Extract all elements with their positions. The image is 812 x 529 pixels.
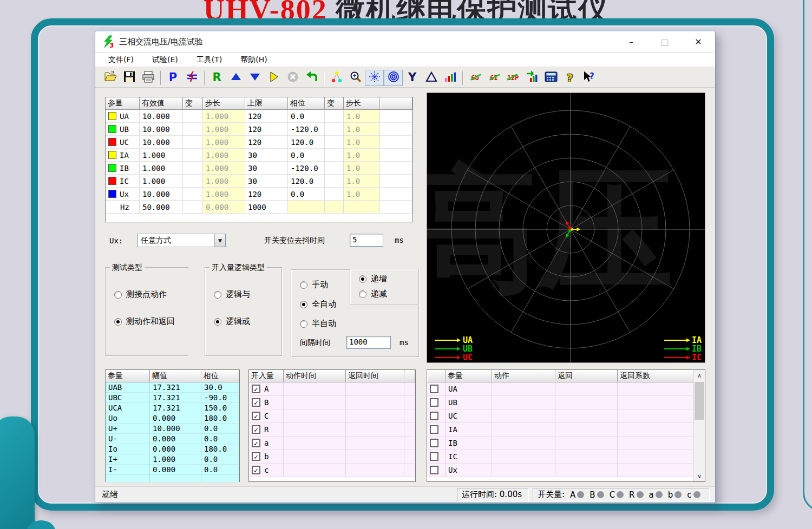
radio-icon[interactable] [359, 290, 366, 298]
checkbox-checked[interactable]: ✓ [252, 466, 260, 474]
calculator-button[interactable] [541, 70, 560, 86]
measure-row-UBC[interactable]: UBC17.321-90.0 [106, 393, 239, 403]
mode-option-1[interactable]: 全自动 [300, 299, 336, 309]
radio-selected-icon[interactable] [359, 275, 366, 283]
result-row-UB[interactable]: UB [427, 396, 693, 409]
trace-button[interactable] [384, 70, 403, 86]
input-row-a[interactable]: ✓a [249, 437, 415, 450]
param-row-IA[interactable]: IA1.0001.000300.01.0 [106, 149, 412, 162]
output-bars-button[interactable] [522, 70, 541, 86]
param-row-IB[interactable]: IB1.0001.00030-120.01.0 [106, 162, 412, 175]
result-row-UA[interactable]: UA [427, 382, 693, 396]
step-up-button[interactable] [226, 70, 245, 86]
menu-item-1[interactable]: 试验(E) [147, 54, 184, 66]
checkbox-checked[interactable]: ✓ [252, 452, 260, 461]
sync-button[interactable] [182, 70, 201, 86]
measure-row-I+[interactable]: I+1.0000.0 [106, 454, 239, 465]
radio-icon[interactable] [300, 320, 307, 328]
param-row-Ux[interactable]: Ux10.0001.0001200.01.0 [106, 188, 412, 201]
result-table-scrollbar[interactable]: ∧∨ [693, 370, 705, 481]
checkbox-unchecked[interactable] [430, 466, 438, 474]
maximize-button[interactable]: □ [648, 31, 682, 52]
stop-button[interactable] [283, 70, 302, 86]
delta-button[interactable] [422, 70, 441, 86]
wye-button[interactable]: Y [403, 70, 422, 86]
radio-selected-icon[interactable] [300, 301, 307, 308]
interval-input[interactable]: 1000 [346, 336, 391, 349]
result-row-Ux[interactable]: Ux [427, 464, 693, 477]
six-u-button[interactable]: 6U [466, 70, 484, 86]
checkbox-checked[interactable]: ✓ [252, 412, 260, 420]
input-logic-option-0[interactable]: 逻辑与 [214, 289, 250, 300]
measure-row-I-[interactable]: I-0.0000.0 [106, 465, 239, 475]
test-type-option-1[interactable]: 测动作和返回 [114, 316, 175, 327]
measure-row-UAB[interactable]: UAB17.32130.0 [106, 382, 239, 393]
mode-option-0[interactable]: 手动 [300, 280, 328, 290]
result-row-IA[interactable]: IA [427, 423, 693, 437]
checkbox-unchecked[interactable] [430, 439, 438, 447]
checkbox-unchecked[interactable] [430, 425, 438, 434]
phasor-button[interactable] [327, 70, 346, 86]
mode-option-2[interactable]: 半自动 [300, 319, 336, 329]
input-logic-option-1[interactable]: 逻辑或 [214, 316, 250, 327]
measure-row-UCA[interactable]: UCA17.321150.0 [106, 403, 239, 413]
checkbox-checked[interactable]: ✓ [252, 439, 260, 447]
test-type-option-0[interactable]: 测接点动作 [114, 289, 167, 300]
checkbox-checked[interactable]: ✓ [252, 425, 260, 434]
open-button[interactable] [101, 70, 120, 86]
result-row-IC[interactable]: IC [427, 450, 693, 464]
scrollbar-thumb[interactable] [695, 382, 704, 420]
param-row-UA[interactable]: UA10.0001.0001200.01.0 [106, 110, 412, 123]
direction-option-1[interactable]: 递减 [359, 289, 387, 299]
checkbox-checked[interactable]: ✓ [252, 398, 260, 407]
param-row-UC[interactable]: UC10.0001.000120120.01.0 [106, 136, 412, 149]
twelve-p-button[interactable]: 12P [503, 70, 522, 86]
param-row-IC[interactable]: IC1.0001.00030120.01.0 [106, 175, 412, 188]
minimize-button[interactable]: – [614, 31, 648, 52]
radio-icon[interactable] [114, 291, 122, 299]
step-down-button[interactable] [245, 70, 264, 86]
input-row-A[interactable]: ✓A [249, 382, 415, 396]
radio-selected-icon[interactable] [214, 318, 221, 326]
menu-item-0[interactable]: 文件(F) [103, 54, 139, 66]
pause-button[interactable]: P [163, 70, 182, 86]
save-button[interactable] [120, 70, 139, 86]
input-row-b[interactable]: ✓b [249, 450, 415, 464]
direction-option-0[interactable]: 递增 [359, 274, 387, 284]
undo-button[interactable] [302, 70, 321, 86]
print-button[interactable] [139, 70, 158, 86]
measure-row-U-[interactable]: U-0.0000.0 [106, 434, 239, 444]
checkbox-unchecked[interactable] [430, 412, 438, 420]
harmonic-button[interactable] [365, 70, 384, 86]
bars-button[interactable] [441, 70, 460, 86]
help-button[interactable]: ? [560, 70, 579, 86]
zoom-button[interactable] [346, 70, 365, 86]
result-row-IB[interactable]: IB [427, 437, 693, 450]
input-row-C[interactable]: ✓C [249, 409, 415, 423]
menu-item-3[interactable]: 帮助(H) [235, 54, 272, 66]
input-row-R[interactable]: ✓R [249, 423, 415, 437]
scroll-down-icon[interactable]: ∨ [693, 471, 705, 481]
close-button[interactable]: ✕ [682, 31, 715, 52]
debounce-input[interactable]: 5 [350, 234, 383, 247]
scroll-up-icon[interactable]: ∧ [693, 370, 705, 381]
checkbox-unchecked[interactable] [430, 398, 438, 407]
measure-row-Uo[interactable]: Uo0.000180.0 [106, 413, 239, 424]
input-row-B[interactable]: ✓B [249, 396, 415, 409]
param-row-UB[interactable]: UB10.0001.000120-120.01.0 [106, 123, 412, 136]
radio-icon[interactable] [300, 281, 307, 289]
chevron-down-icon[interactable]: ▼ [214, 234, 225, 247]
param-row-Hz[interactable]: Hz50.0000.0001000 [106, 201, 412, 214]
run-button[interactable]: R [207, 70, 226, 86]
input-row-c[interactable]: ✓c [249, 464, 415, 477]
context-help-button[interactable]: ? [579, 70, 598, 86]
result-row-UC[interactable]: UC [427, 409, 693, 423]
measure-row-U+[interactable]: U+10.0000.0 [106, 424, 239, 434]
start-button[interactable] [264, 70, 283, 86]
ux-mode-dropdown[interactable]: 任意方式 ▼ [137, 234, 226, 247]
menu-item-2[interactable]: 工具(T) [191, 54, 227, 66]
checkbox-unchecked[interactable] [430, 385, 438, 393]
radio-icon[interactable] [214, 291, 221, 299]
checkbox-unchecked[interactable] [430, 452, 438, 461]
six-i-button[interactable]: 6I [484, 70, 503, 86]
